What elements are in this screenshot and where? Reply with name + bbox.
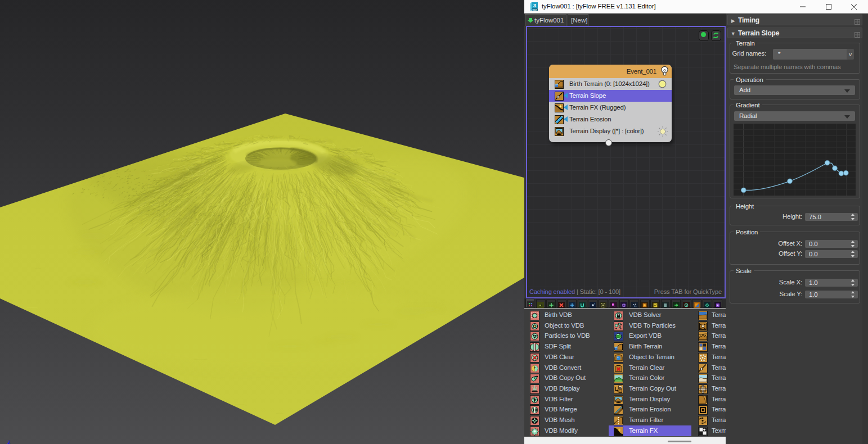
svg-text:3: 3	[533, 2, 536, 8]
svg-text:z: z	[7, 438, 11, 444]
svg-text:MAX: MAX	[533, 9, 538, 11]
